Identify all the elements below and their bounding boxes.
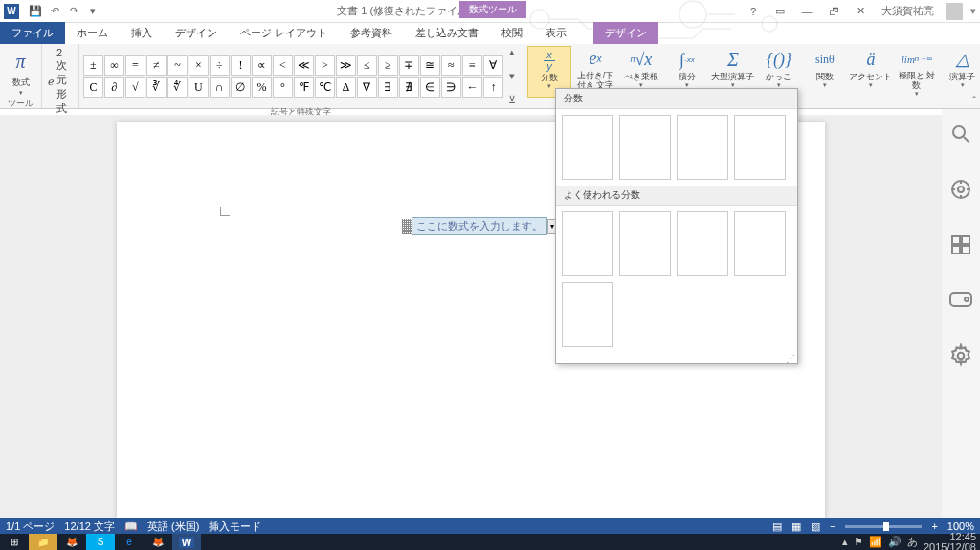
symbol-button[interactable]: % (252, 77, 272, 98)
share-icon[interactable] (947, 176, 974, 203)
symbol-button[interactable]: ! (231, 55, 251, 76)
symbol-button[interactable]: ≪ (294, 55, 314, 76)
symbol-button[interactable]: ± (83, 55, 103, 76)
symbol-button[interactable]: × (189, 55, 209, 76)
symbol-button[interactable]: ∩ (210, 77, 230, 98)
symbol-button[interactable]: ∇ (357, 77, 377, 98)
symbol-button[interactable]: = (125, 55, 145, 76)
view-web-icon[interactable]: ▨ (811, 520, 820, 533)
function-button[interactable]: sinθ関数▾ (803, 46, 847, 98)
fraction-template[interactable] (734, 115, 786, 180)
page-count[interactable]: 1/1 ページ (6, 519, 55, 534)
tab-references[interactable]: 参考資料 (339, 22, 404, 44)
symbol-button[interactable]: ≫ (336, 55, 356, 76)
close-icon[interactable]: ✕ (851, 3, 870, 20)
symbols-row-up-icon[interactable]: ▴ (509, 46, 515, 58)
device-icon[interactable] (947, 287, 974, 314)
symbol-button[interactable]: ≡ (462, 55, 482, 76)
equation-button[interactable]: π数式▾ (4, 46, 37, 98)
user-name[interactable]: 大須賀祐亮 (878, 4, 938, 18)
symbol-button[interactable]: ∞ (104, 55, 124, 76)
user-menu-icon[interactable]: ▾ (970, 5, 976, 17)
limit-button[interactable]: limn→∞極限と 対数▾ (895, 46, 939, 98)
fraction-template[interactable] (562, 282, 613, 347)
symbol-button[interactable]: ∆ (336, 77, 356, 98)
tray-network-icon[interactable]: 📶 (869, 536, 882, 548)
tab-equation-design[interactable]: デザイン (593, 22, 658, 44)
fraction-template[interactable] (562, 211, 613, 276)
symbol-button[interactable]: ∄ (399, 77, 419, 98)
qat-more-icon[interactable]: ▾ (86, 5, 100, 18)
symbol-button[interactable]: C (83, 77, 103, 98)
tray-flag-icon[interactable]: ⚑ (854, 536, 863, 548)
minimize-icon[interactable]: — (797, 3, 816, 20)
spellcheck-icon[interactable]: 📖 (124, 520, 138, 533)
clock-date[interactable]: 2015/12/08 (924, 541, 976, 551)
symbols-more-icon[interactable]: ⊻ (508, 94, 516, 106)
start-button[interactable]: ⊞ (0, 534, 29, 550)
symbol-button[interactable]: ∈ (420, 77, 440, 98)
symbol-button[interactable]: ℃ (315, 77, 335, 98)
language[interactable]: 英語 (米国) (147, 519, 199, 534)
taskbar-word[interactable]: W (172, 534, 201, 550)
accent-button[interactable]: äアクセント▾ (849, 46, 893, 98)
zoom-slider[interactable] (845, 525, 922, 528)
equation-placeholder[interactable]: ここに数式を入力します。 (412, 217, 547, 235)
gallery-resize-icon[interactable]: ⋰ (556, 353, 797, 363)
equation-move-handle[interactable] (402, 219, 412, 234)
find-icon[interactable] (947, 121, 974, 147)
symbol-button[interactable]: √ (125, 77, 145, 98)
symbol-button[interactable]: U (189, 77, 209, 98)
symbol-button[interactable]: ∓ (399, 55, 419, 76)
insert-mode[interactable]: 挿入モード (209, 519, 261, 534)
view-print-icon[interactable]: ▦ (791, 520, 801, 533)
taskbar-firefox2[interactable]: 🦊 (144, 534, 172, 550)
tab-design0[interactable]: デザイン (164, 22, 229, 44)
tray-ime-icon[interactable]: あ (907, 535, 918, 549)
fraction-template[interactable] (677, 115, 728, 180)
taskbar-skype[interactable]: S (86, 534, 115, 550)
settings-icon[interactable] (947, 342, 974, 369)
fraction-template[interactable] (677, 211, 728, 276)
fraction-template[interactable] (619, 211, 671, 276)
tab-insert[interactable]: 挿入 (120, 22, 164, 44)
zoom-out-icon[interactable]: − (830, 520, 835, 532)
symbol-button[interactable]: ∝ (252, 55, 272, 76)
tab-review[interactable]: 校閲 (490, 22, 534, 44)
professional-format-button[interactable]: ℯ2 次元形式 (46, 46, 75, 117)
tab-layout[interactable]: ページ レイアウト (229, 22, 339, 44)
zoom-in-icon[interactable]: + (931, 520, 937, 532)
symbol-button[interactable]: ≈ (441, 55, 461, 76)
fraction-template[interactable] (619, 115, 671, 180)
tab-home[interactable]: ホーム (65, 22, 120, 44)
symbol-button[interactable]: ∜ (167, 77, 188, 98)
symbol-button[interactable]: ∅ (231, 77, 251, 98)
apps-icon[interactable] (947, 231, 974, 258)
tab-view[interactable]: 表示 (534, 22, 578, 44)
symbol-button[interactable]: ℉ (294, 77, 314, 98)
tray-up-icon[interactable]: ▴ (842, 536, 848, 548)
symbol-button[interactable]: > (315, 55, 335, 76)
symbol-button[interactable]: ∛ (146, 77, 167, 98)
taskbar-explorer[interactable]: 📁 (29, 534, 57, 550)
redo-icon[interactable]: ↷ (67, 5, 80, 18)
symbol-button[interactable]: ∋ (441, 77, 461, 98)
symbol-button[interactable]: ∃ (378, 77, 398, 98)
fraction-template[interactable] (734, 211, 786, 276)
tab-file[interactable]: ファイル (0, 22, 65, 44)
undo-icon[interactable]: ↶ (48, 5, 61, 18)
symbol-button[interactable]: ≤ (357, 55, 377, 76)
operator-button[interactable]: △演算子▾ (941, 46, 980, 98)
symbol-button[interactable]: ~ (167, 55, 188, 76)
symbol-button[interactable]: ≥ (378, 55, 398, 76)
tab-mailings[interactable]: 差し込み文書 (404, 22, 490, 44)
fraction-template[interactable] (562, 115, 613, 180)
tray-volume-icon[interactable]: 🔊 (888, 536, 902, 548)
symbol-button[interactable]: ≅ (420, 55, 440, 76)
save-icon[interactable]: 💾 (29, 5, 42, 18)
user-avatar[interactable] (946, 3, 963, 20)
symbol-button[interactable]: ÷ (210, 55, 230, 76)
maximize-icon[interactable]: 🗗 (824, 3, 843, 20)
taskbar-firefox[interactable]: 🦊 (57, 534, 86, 550)
symbol-button[interactable]: ↑ (483, 77, 503, 98)
